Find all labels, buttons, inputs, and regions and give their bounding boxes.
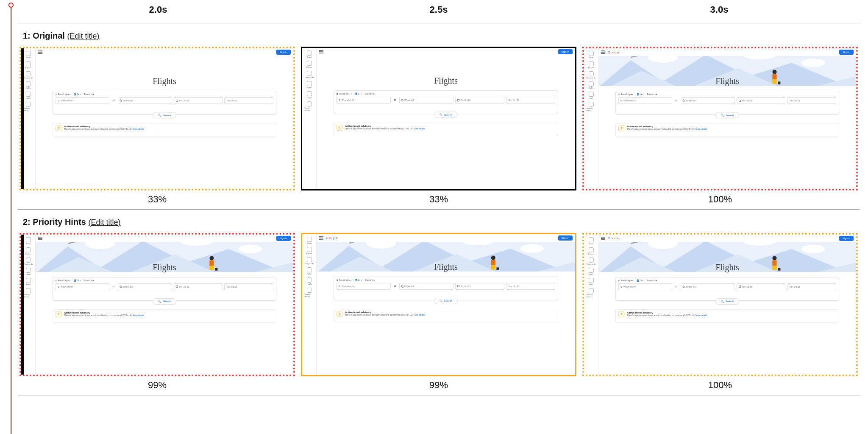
to-input[interactable]: Where to?	[118, 97, 172, 104]
gf-sidebar-item[interactable]: Flights	[305, 81, 314, 89]
gf-sidebar-item[interactable]: Things to do	[24, 258, 33, 265]
gf-sidebar-item[interactable]: Vacation rentals	[305, 288, 314, 297]
gf-sidebar-item[interactable]: Vacation rentals	[587, 102, 596, 112]
edit-title-link[interactable]: (Edit title)	[67, 32, 99, 40]
hamburger-icon[interactable]	[319, 236, 323, 240]
sign-in-button[interactable]: Sign in	[276, 50, 291, 55]
gf-sidebar-item[interactable]: Things to do	[24, 71, 33, 79]
passenger-select[interactable]: 👤 1	[637, 279, 643, 282]
advisory-more-link[interactable]: More details	[133, 128, 144, 130]
gf-sidebar-item[interactable]: Hotels	[587, 92, 596, 99]
gf-sidebar-item[interactable]: Travel	[24, 51, 33, 59]
passenger-select[interactable]: 👤 1	[74, 279, 81, 282]
passenger-select[interactable]: 👤 1	[637, 93, 643, 95]
search-button[interactable]: 🔍 Search	[434, 298, 458, 304]
filmstrip-frame[interactable]: TravelExploreThings to doFlightsHotelsVa…	[301, 47, 576, 190]
to-input[interactable]: Where to?	[681, 97, 734, 104]
hamburger-icon[interactable]	[601, 237, 605, 240]
gf-sidebar-item[interactable]: Travel	[305, 50, 314, 58]
gf-sidebar-item[interactable]: Travel	[587, 51, 596, 59]
swap-icon[interactable]: ⇄	[111, 283, 116, 290]
gf-sidebar-item[interactable]: Travel	[24, 237, 33, 245]
depart-date-input[interactable]: Fri, Oct 22	[174, 97, 223, 104]
sign-in-button[interactable]: Sign in	[558, 235, 573, 241]
search-button[interactable]: 🔍 Search	[153, 298, 176, 305]
gf-sidebar-item[interactable]: Hotels	[305, 91, 314, 99]
depart-date-input[interactable]: Fri, Oct 22	[455, 97, 504, 104]
passenger-select[interactable]: 👤 1	[355, 92, 362, 95]
gf-sidebar-item[interactable]: Vacation rentals	[305, 101, 314, 111]
depart-date-input[interactable]: Fri, Oct 22	[174, 283, 223, 290]
swap-icon[interactable]: ⇄	[674, 97, 679, 104]
from-input[interactable]: Where from?	[56, 283, 109, 290]
search-button[interactable]: 🔍 Search	[715, 112, 739, 118]
cabin-select[interactable]: Economy	[647, 279, 657, 282]
swap-icon[interactable]: ⇄	[111, 97, 116, 104]
gf-sidebar-item[interactable]: Explore	[24, 61, 33, 69]
gf-sidebar-item[interactable]: Things to do	[305, 257, 314, 265]
trip-type-select[interactable]: ⇄ Round trip	[56, 93, 70, 95]
sign-in-button[interactable]: Sign in	[276, 236, 291, 241]
cabin-select[interactable]: Economy	[84, 279, 94, 282]
gf-sidebar-item[interactable]: Things to do	[587, 258, 596, 265]
return-date-input[interactable]: Tue, Oct 26	[506, 97, 555, 104]
from-input[interactable]: Where from?	[618, 97, 672, 104]
from-input[interactable]: Where from?	[618, 283, 672, 290]
to-input[interactable]: Where to?	[681, 283, 734, 290]
gf-sidebar-item[interactable]: Explore	[305, 247, 314, 255]
from-input[interactable]: Where from?	[337, 283, 391, 290]
gf-sidebar-item[interactable]: Vacation rentals	[587, 288, 596, 298]
search-button[interactable]: 🔍 Search	[153, 112, 176, 118]
gf-sidebar-item[interactable]: Flights	[587, 268, 596, 275]
advisory-more-link[interactable]: More details	[414, 127, 425, 130]
gf-sidebar-item[interactable]: Explore	[24, 247, 33, 255]
return-date-input[interactable]: Tue, Oct 26	[224, 97, 273, 104]
gf-sidebar-item[interactable]: Flights	[24, 268, 33, 275]
gf-sidebar-item[interactable]: Flights	[587, 81, 596, 89]
hamburger-icon[interactable]	[601, 50, 605, 54]
gf-sidebar-item[interactable]: Explore	[587, 61, 596, 69]
swap-icon[interactable]: ⇄	[392, 97, 398, 104]
hamburger-icon[interactable]	[38, 50, 42, 54]
return-date-input[interactable]: Tue, Oct 26	[506, 283, 555, 290]
gf-sidebar-item[interactable]: Things to do	[587, 71, 596, 79]
cabin-select[interactable]: Economy	[84, 93, 94, 95]
gf-sidebar-item[interactable]: Explore	[305, 61, 314, 68]
depart-date-input[interactable]: Fri, Oct 22	[455, 283, 504, 290]
depart-date-input[interactable]: Fri, Oct 22	[737, 283, 786, 290]
advisory-more-link[interactable]: More details	[696, 128, 707, 130]
gf-sidebar-item[interactable]: Flights	[24, 81, 33, 89]
edit-title-link[interactable]: (Edit title)	[88, 218, 120, 227]
gf-sidebar-item[interactable]: Hotels	[305, 277, 314, 285]
to-input[interactable]: Where to?	[118, 283, 172, 290]
filmstrip-frame[interactable]: TravelExploreThings to doFlightsHotelsVa…	[301, 233, 576, 377]
gf-sidebar-item[interactable]: Travel	[305, 237, 314, 244]
hamburger-icon[interactable]	[38, 237, 42, 240]
trip-type-select[interactable]: ⇄ Round trip	[618, 279, 633, 282]
to-input[interactable]: Where to?	[399, 97, 453, 104]
advisory-more-link[interactable]: More details	[133, 314, 144, 316]
sign-in-button[interactable]: Sign in	[839, 236, 854, 241]
trip-type-select[interactable]: ⇄ Round trip	[618, 93, 633, 95]
gf-sidebar-item[interactable]: Vacation rentals	[24, 288, 33, 298]
gf-sidebar-item[interactable]: Hotels	[24, 92, 33, 99]
gf-sidebar-item[interactable]: Flights	[305, 267, 314, 275]
return-date-input[interactable]: Tue, Oct 26	[787, 97, 836, 104]
depart-date-input[interactable]: Fri, Oct 22	[737, 97, 786, 104]
filmstrip-frame[interactable]: TravelExploreThings to doFlightsHotelsVa…	[19, 233, 295, 377]
filmstrip-frame[interactable]: TravelExploreThings to doFlightsHotelsVa…	[19, 47, 295, 190]
search-button[interactable]: 🔍 Search	[434, 112, 458, 118]
swap-icon[interactable]: ⇄	[392, 283, 398, 290]
passenger-select[interactable]: 👤 1	[355, 279, 362, 281]
cabin-select[interactable]: Economy	[647, 93, 657, 95]
trip-type-select[interactable]: ⇄ Round trip	[56, 279, 70, 282]
from-input[interactable]: Where from?	[337, 97, 391, 104]
to-input[interactable]: Where to?	[399, 283, 453, 290]
gf-sidebar-item[interactable]: Explore	[587, 247, 596, 255]
search-button[interactable]: 🔍 Search	[715, 298, 739, 305]
sign-in-button[interactable]: Sign in	[839, 50, 854, 55]
gf-sidebar-item[interactable]: Vacation rentals	[24, 102, 33, 112]
gf-sidebar-item[interactable]: Travel	[587, 237, 596, 245]
from-input[interactable]: Where from?	[56, 97, 109, 104]
advisory-more-link[interactable]: More details	[696, 314, 707, 316]
